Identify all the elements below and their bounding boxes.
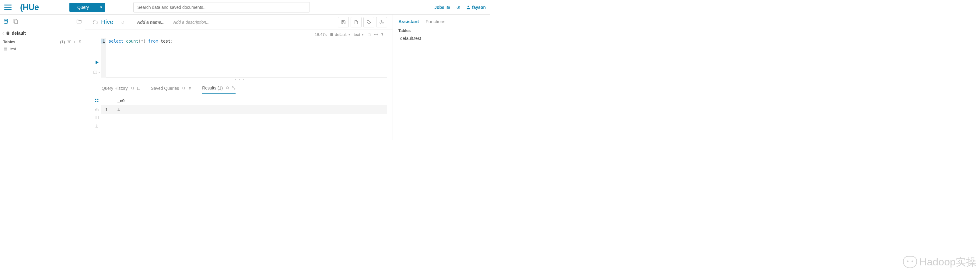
right-pane: Assistant Functions Tables default.test: [393, 14, 490, 140]
drag-handle[interactable]: • • •: [92, 78, 387, 82]
refresh-icon[interactable]: [188, 86, 192, 90]
svg-point-2: [449, 7, 450, 8]
results-table: _c0 1 4: [101, 97, 387, 128]
tab-results[interactable]: Results (1): [202, 86, 235, 94]
tab-saved-queries[interactable]: Saved Queries: [151, 86, 192, 94]
database-selector[interactable]: default ▼: [329, 32, 351, 37]
tab-functions[interactable]: Functions: [426, 19, 445, 24]
results-area: _c0 1 4: [85, 94, 393, 128]
type-selector[interactable]: text ▼: [354, 32, 364, 37]
grid-view-icon[interactable]: [95, 98, 99, 103]
database-icon[interactable]: [3, 19, 8, 24]
svg-point-15: [226, 87, 229, 89]
global-search: [133, 2, 310, 13]
tab-query-history[interactable]: Query History: [102, 86, 141, 94]
caret-down-icon: ▼: [348, 33, 351, 36]
query-dropdown-caret[interactable]: ▾: [97, 3, 105, 12]
results-sidebar: [92, 97, 101, 128]
save-button[interactable]: [338, 17, 349, 27]
user-menu[interactable]: fayson: [466, 5, 486, 10]
assistant-tables-header: Tables: [393, 27, 490, 34]
hamburger-menu-icon[interactable]: [4, 4, 11, 11]
query-description-input[interactable]: Add a description...: [173, 20, 210, 25]
new-button[interactable]: [351, 17, 361, 27]
database-small-icon: [6, 31, 10, 35]
engine-name: Hive: [101, 19, 113, 25]
line-number: 1: [101, 39, 105, 43]
svg-rect-17: [97, 99, 99, 100]
code-text[interactable]: select count(*) from test;: [106, 38, 387, 78]
left-toolbar: [0, 14, 85, 28]
main: ‹ default Tables (1) + test Hive Add a: [0, 14, 490, 140]
history-icon[interactable]: [456, 5, 461, 10]
svg-point-1: [447, 6, 448, 7]
assistant-table-item[interactable]: default.test: [393, 34, 490, 43]
engine-title[interactable]: Hive: [92, 19, 113, 25]
play-icon[interactable]: [94, 60, 99, 65]
table-header-row: _c0: [101, 97, 387, 105]
documents-icon[interactable]: [13, 19, 18, 24]
history-small-icon[interactable]: [121, 20, 125, 24]
tables-header: Tables (1) +: [0, 38, 85, 45]
svg-rect-6: [14, 20, 18, 24]
search-icon[interactable]: [182, 86, 186, 90]
result-tabs: Query History Saved Queries Results (1): [85, 82, 393, 94]
user-icon: [466, 5, 471, 10]
tab-assistant[interactable]: Assistant: [398, 19, 419, 24]
document-icon[interactable]: [367, 33, 371, 37]
elapsed-time: 18.47s: [315, 32, 326, 37]
svg-rect-16: [95, 99, 97, 100]
sliders-icon: [446, 5, 450, 10]
jobs-label: Jobs: [434, 5, 444, 10]
table-item[interactable]: test: [0, 45, 85, 52]
tables-count: (1): [60, 40, 65, 44]
columns-icon[interactable]: [95, 115, 99, 119]
plus-icon[interactable]: +: [73, 40, 76, 44]
svg-rect-19: [97, 101, 99, 102]
database-name: default: [12, 31, 26, 36]
column-header[interactable]: _c0: [113, 97, 129, 105]
search-icon[interactable]: [131, 86, 135, 90]
svg-point-10: [331, 33, 333, 34]
caret-down-icon: ▼: [361, 33, 364, 36]
hue-logo[interactable]: (HUe: [20, 3, 54, 12]
jobs-link[interactable]: Jobs: [434, 5, 450, 10]
svg-rect-18: [95, 101, 97, 102]
tables-label: Tables: [3, 40, 15, 44]
database-tiny-icon: [329, 33, 334, 37]
table-icon: [4, 47, 7, 51]
svg-point-9: [381, 22, 382, 23]
svg-rect-20: [95, 109, 96, 110]
svg-point-3: [448, 8, 449, 9]
svg-rect-22: [98, 110, 99, 111]
help-icon[interactable]: ?: [381, 32, 383, 37]
hive-icon: [92, 19, 99, 25]
expand-icon[interactable]: [232, 86, 235, 90]
query-name-input[interactable]: Add a name...: [137, 20, 165, 25]
topbar: (HUe Query ▾ Jobs fayson: [0, 0, 490, 14]
chart-view-icon[interactable]: [95, 107, 99, 111]
query-button[interactable]: Query: [69, 3, 97, 12]
gear-icon[interactable]: [374, 33, 378, 37]
code-editor[interactable]: 1 select count(*) from test;: [101, 38, 387, 78]
download-icon[interactable]: [95, 124, 99, 128]
topbar-right: Jobs fayson: [434, 5, 486, 10]
snippet-menu-icon[interactable]: ▼: [93, 70, 100, 75]
header-buttons: [338, 17, 387, 27]
chevron-left-icon: ‹: [2, 31, 4, 36]
center-pane: Hive Add a name... Add a description... …: [85, 14, 393, 140]
table-row[interactable]: 1 4: [101, 105, 387, 114]
settings-button[interactable]: [376, 17, 387, 27]
search-input[interactable]: [133, 2, 310, 13]
tags-button[interactable]: [363, 17, 374, 27]
calendar-icon[interactable]: [137, 86, 141, 90]
filter-icon[interactable]: [67, 40, 71, 43]
search-icon[interactable]: [226, 86, 229, 90]
table-name: test: [10, 46, 16, 51]
database-breadcrumb[interactable]: ‹ default: [0, 28, 85, 38]
svg-rect-13: [137, 87, 140, 89]
folder-open-icon[interactable]: [76, 19, 82, 24]
refresh-icon[interactable]: [78, 40, 82, 43]
cell-value: 4: [113, 105, 124, 114]
svg-point-4: [4, 19, 8, 21]
